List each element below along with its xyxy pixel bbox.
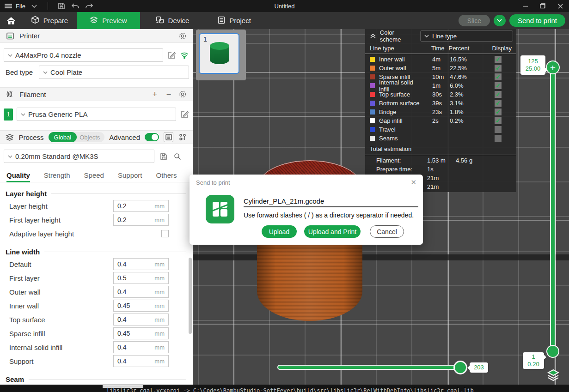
setting-input[interactable] — [114, 357, 146, 365]
setting-checkbox[interactable] — [161, 230, 169, 237]
display-checkbox[interactable]: ✓ — [495, 82, 502, 89]
parameter-table-icon[interactable] — [178, 132, 187, 142]
setting-input[interactable] — [114, 288, 146, 296]
filament-select[interactable]: Prusa Generic PLA — [17, 108, 176, 121]
display-checkbox[interactable]: ✓ — [495, 65, 502, 72]
advanced-toggle[interactable] — [145, 133, 159, 141]
upload-and-print-button[interactable]: Upload and Print — [304, 225, 361, 238]
add-filament-button[interactable]: + — [150, 90, 159, 99]
scope-objects[interactable]: Objects — [77, 134, 104, 141]
legend-row-bridge: Bridge23s1.8%✓ — [365, 108, 516, 116]
tab-preview[interactable]: Preview — [77, 12, 140, 29]
tab-others[interactable]: Others — [156, 169, 177, 182]
process-section-title: Process — [18, 133, 43, 141]
legend-percent: 2.3% — [450, 91, 484, 98]
save-preset-icon[interactable] — [159, 152, 168, 161]
edit-printer-icon[interactable] — [167, 51, 176, 60]
tab-device[interactable]: Device — [140, 12, 205, 29]
legend-row-travel: Travel — [365, 125, 516, 134]
display-checkbox[interactable]: ✓ — [495, 91, 502, 98]
scope-global[interactable]: Global — [49, 132, 77, 142]
setting-input[interactable] — [114, 260, 146, 268]
filename-input[interactable] — [244, 195, 418, 207]
edit-filament-icon[interactable] — [180, 110, 189, 119]
tab-quality[interactable]: Quality — [6, 169, 30, 182]
app-window: File Untitled PreparePreviewDev — [0, 0, 569, 392]
plate-thumbnail[interactable]: 1 — [199, 33, 239, 74]
setting-unit: mm — [154, 261, 168, 268]
search-preset-icon[interactable] — [173, 152, 182, 161]
legend-row-inner-wall: Inner wall4m16.5%✓ — [365, 55, 516, 64]
setting-input[interactable] — [114, 202, 146, 210]
layer-slider-top-handle[interactable]: + — [546, 60, 560, 74]
layer-slider-track[interactable] — [550, 67, 556, 351]
tab-support[interactable]: Support — [118, 169, 142, 182]
file-menu[interactable]: File — [16, 3, 25, 10]
cancel-button[interactable]: Cancel — [370, 225, 404, 238]
display-checkbox[interactable] — [495, 135, 502, 142]
setting-input[interactable] — [114, 302, 146, 309]
wifi-connected-icon[interactable] — [180, 51, 189, 60]
file-menu-chevron-icon[interactable] — [29, 2, 39, 10]
color-scheme-title: Color scheme — [380, 29, 416, 43]
send-options-chevron-icon[interactable] — [494, 15, 506, 26]
remove-filament-button[interactable]: − — [164, 90, 173, 99]
bed-type-value: Cool Plate — [50, 68, 82, 76]
maximize-button[interactable] — [534, 0, 551, 12]
setting-input[interactable] — [114, 274, 146, 282]
filament-settings-gear-icon[interactable] — [178, 90, 187, 99]
setting-unit: mm — [154, 302, 168, 309]
redo-icon[interactable] — [84, 2, 94, 10]
printer-settings-gear-icon[interactable] — [178, 31, 187, 41]
move-slider-handle[interactable] — [453, 361, 467, 374]
printer-select[interactable]: A4MaxPro 0.4 nozzle — [4, 48, 163, 62]
view-mode-select[interactable]: Line type — [420, 30, 513, 42]
home-button[interactable] — [0, 12, 22, 29]
send-to-print-dialog: Send to print ✕ Use forward slashes ( / … — [190, 175, 423, 245]
hamburger-menu-icon[interactable] — [5, 4, 12, 8]
collapse-panel-icon[interactable] — [370, 33, 376, 39]
display-checkbox[interactable]: ✓ — [495, 100, 502, 107]
layer-slider-bottom-handle[interactable] — [546, 345, 559, 358]
undo-icon[interactable] — [70, 2, 80, 10]
panel-scrollbar[interactable] — [189, 258, 192, 334]
setting-label: Adaptive layer height — [9, 230, 161, 238]
setting-input[interactable] — [114, 330, 146, 337]
display-checkbox[interactable]: ✓ — [495, 56, 502, 63]
upload-button[interactable]: Upload — [262, 225, 297, 238]
display-checkbox[interactable] — [495, 126, 502, 133]
close-button[interactable] — [551, 0, 569, 12]
process-preset-select[interactable]: 0.20mm Standard @MK3S — [4, 150, 154, 163]
bed-type-select[interactable]: Cool Plate — [39, 66, 189, 79]
col-time: Time — [431, 45, 448, 52]
total-value-1: 1.53 m — [427, 157, 456, 164]
legend-label: Inner wall — [379, 56, 405, 63]
layers-mode-button[interactable] — [546, 368, 560, 382]
setting-input[interactable] — [114, 216, 146, 223]
tab-prepare[interactable]: Prepare — [22, 12, 77, 29]
display-checkbox[interactable]: ✓ — [495, 117, 502, 124]
col-display: Display — [483, 45, 512, 52]
legend-name: Bridge — [370, 109, 423, 115]
save-icon[interactable] — [56, 2, 67, 10]
tab-project[interactable]: Project — [205, 12, 264, 29]
legend-label: Bridge — [379, 109, 397, 115]
display-checkbox[interactable]: ✓ — [495, 73, 502, 80]
setting-row-first-layer: First layermm — [6, 271, 193, 285]
dialog-close-icon[interactable]: ✕ — [410, 178, 416, 187]
tab-speed[interactable]: Speed — [84, 169, 104, 182]
minimize-button[interactable] — [516, 0, 534, 12]
setting-input[interactable] — [114, 344, 146, 351]
process-settings-list: Layer heightLayer heightmmFirst layer he… — [0, 188, 193, 385]
tab-strength[interactable]: Strength — [44, 169, 70, 182]
parameter-list-icon[interactable] — [164, 132, 173, 142]
filament-slot-badge[interactable]: 1 — [4, 109, 13, 121]
setting-input[interactable] — [114, 316, 146, 323]
process-scope-toggle[interactable]: Global Objects — [49, 132, 105, 142]
slice-button[interactable]: Slice — [459, 15, 490, 26]
project-icon — [218, 16, 225, 25]
send-to-print-button[interactable]: Send to print — [509, 14, 565, 27]
setting-unit: mm — [154, 217, 168, 223]
move-slider-track[interactable] — [277, 365, 459, 370]
display-checkbox[interactable]: ✓ — [495, 109, 502, 115]
